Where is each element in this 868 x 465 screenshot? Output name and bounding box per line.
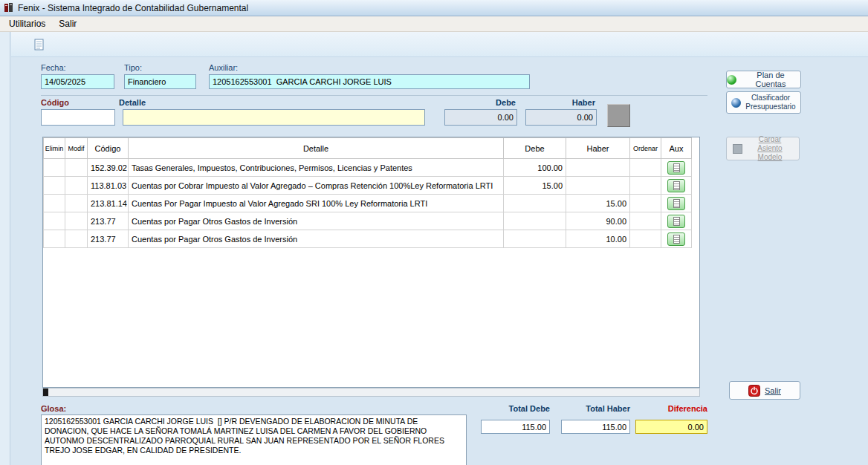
- cell-haber: [566, 159, 630, 177]
- aux-button[interactable]: [667, 197, 685, 210]
- codigo-input[interactable]: [41, 109, 115, 126]
- diferencia-label: Diferencia: [635, 404, 707, 413]
- haber-label: Haber: [525, 98, 595, 107]
- cell-haber: 90.00: [566, 212, 630, 230]
- cell-codigo: 113.81.03: [88, 177, 129, 195]
- header-elimin: Elimin: [44, 138, 65, 159]
- cell-aux: [661, 159, 692, 177]
- cell-elimin[interactable]: [44, 177, 65, 195]
- power-icon: [748, 385, 760, 397]
- detalle-input[interactable]: [123, 109, 425, 126]
- cell-ordenar[interactable]: [630, 195, 661, 212]
- gray-square-icon: [733, 144, 742, 154]
- cell-ordenar[interactable]: [630, 159, 661, 177]
- cell-ordenar[interactable]: [630, 230, 661, 248]
- table-row[interactable]: 213.81.14 Cuentas Por Pagar Impuesto al …: [44, 195, 692, 212]
- document-icon: [673, 163, 680, 172]
- plan-de-cuentas-label: Plan de Cuentas: [741, 71, 800, 88]
- cell-detalle: Cuentas por Pagar Otros Gastos de Invers…: [129, 230, 504, 248]
- debe-input[interactable]: [444, 109, 517, 126]
- cell-debe: [504, 212, 566, 230]
- cell-modif[interactable]: [65, 159, 88, 177]
- aux-button[interactable]: [667, 161, 685, 175]
- header-codigo: Código: [88, 138, 129, 159]
- cell-aux: [661, 212, 692, 230]
- add-entry-button[interactable]: [607, 104, 630, 127]
- divider-line: [41, 95, 707, 96]
- ledger-grid: Elimin Modif Código Detalle Debe Haber O…: [42, 137, 700, 388]
- fecha-label: Fecha:: [41, 63, 66, 72]
- table-row[interactable]: 152.39.02 Tasas Generales, Impuestos, Co…: [44, 159, 692, 177]
- aux-button[interactable]: [667, 179, 685, 192]
- cell-ordenar[interactable]: [630, 212, 661, 230]
- auxiliar-label: Auxiliar:: [209, 63, 238, 72]
- codigo-label: Código: [41, 98, 69, 107]
- table-row[interactable]: 213.77 Cuentas por Pagar Otros Gastos de…: [44, 230, 692, 248]
- header-aux: Aux: [661, 138, 692, 159]
- table-row[interactable]: 113.81.03 Cuentas por Cobrar Impuesto al…: [44, 177, 692, 195]
- cell-modif[interactable]: [65, 212, 88, 230]
- tipo-input[interactable]: [124, 74, 196, 89]
- new-document-icon[interactable]: [33, 38, 46, 51]
- window-title: Fenix - Sistema Integrado de Contabilida…: [18, 3, 248, 13]
- cell-haber: [566, 177, 630, 195]
- cell-detalle: Tasas Generales, Impuestos, Contribucion…: [129, 159, 504, 177]
- clasificador-label: Clasificador Presupuestario: [745, 94, 796, 111]
- auxiliar-input[interactable]: [209, 74, 530, 89]
- cell-aux: [661, 195, 692, 212]
- haber-input[interactable]: [525, 109, 597, 126]
- cell-elimin[interactable]: [44, 212, 65, 230]
- aux-button[interactable]: [667, 215, 685, 228]
- cell-modif[interactable]: [65, 177, 88, 195]
- salir-label: Salir: [765, 386, 781, 395]
- document-icon: [673, 235, 680, 244]
- cell-modif[interactable]: [65, 230, 88, 248]
- app-icon: [4, 2, 14, 14]
- glosa-textarea[interactable]: 1205162553001 GARCIA CARCHI JORGE LUIS […: [41, 414, 467, 465]
- cell-debe: 15.00: [504, 177, 566, 195]
- salir-button[interactable]: Salir: [729, 381, 800, 400]
- cell-codigo: 213.81.14: [88, 195, 129, 212]
- total-haber-input[interactable]: [561, 420, 630, 434]
- cell-detalle: Cuentas Por Pagar Impuesto al Valor Agre…: [129, 195, 504, 212]
- horizontal-scrollbar[interactable]: [42, 388, 700, 397]
- detalle-label: Detalle: [119, 98, 146, 107]
- cell-ordenar[interactable]: [630, 177, 661, 195]
- cargar-asiento-label: Cargar Asiento Modelo: [747, 135, 793, 162]
- cell-haber: 15.00: [566, 195, 630, 212]
- cell-haber: 10.00: [566, 230, 630, 248]
- fecha-input[interactable]: [41, 74, 114, 89]
- cargar-asiento-modelo-button[interactable]: Cargar Asiento Modelo: [726, 137, 800, 160]
- clasificador-presupuestario-button[interactable]: Clasificador Presupuestario: [726, 91, 801, 114]
- total-haber-label: Total Haber: [561, 404, 630, 413]
- cell-elimin[interactable]: [44, 195, 65, 212]
- ledger-table-body: 152.39.02 Tasas Generales, Impuestos, Co…: [44, 159, 692, 248]
- total-debe-input[interactable]: [481, 420, 550, 434]
- document-icon: [673, 217, 680, 226]
- cell-elimin[interactable]: [44, 230, 65, 248]
- menu-salir[interactable]: Salir: [53, 17, 82, 30]
- header-modif: Modif: [65, 138, 88, 159]
- table-row[interactable]: 213.77 Cuentas por Pagar Otros Gastos de…: [44, 212, 692, 230]
- cell-detalle: Cuentas por Pagar Otros Gastos de Invers…: [129, 212, 504, 230]
- title-bar: Fenix - Sistema Integrado de Contabilida…: [0, 0, 868, 16]
- cell-debe: 100.00: [504, 159, 566, 177]
- menu-utilitarios[interactable]: Utilitarios: [3, 17, 51, 30]
- diferencia-input[interactable]: [635, 420, 707, 434]
- cell-aux: [661, 230, 692, 248]
- toolbar: [11, 32, 868, 57]
- plan-de-cuentas-button[interactable]: Plan de Cuentas: [726, 71, 801, 88]
- cell-detalle: Cuentas por Cobrar Impuesto al Valor Agr…: [129, 177, 504, 195]
- glosa-label: Glosa:: [41, 404, 66, 413]
- scrollbar-thumb[interactable]: [43, 388, 48, 396]
- cell-codigo: 213.77: [88, 230, 129, 248]
- menu-bar: Utilitarios Salir: [0, 16, 868, 32]
- cell-aux: [661, 177, 692, 195]
- cell-codigo: 213.77: [88, 212, 129, 230]
- cell-modif[interactable]: [65, 195, 88, 212]
- header-ordenar: Ordenar: [630, 138, 661, 159]
- header-debe: Debe: [504, 138, 566, 159]
- cell-elimin[interactable]: [44, 159, 65, 177]
- aux-button[interactable]: [667, 232, 685, 246]
- left-panel-strip: [0, 32, 10, 465]
